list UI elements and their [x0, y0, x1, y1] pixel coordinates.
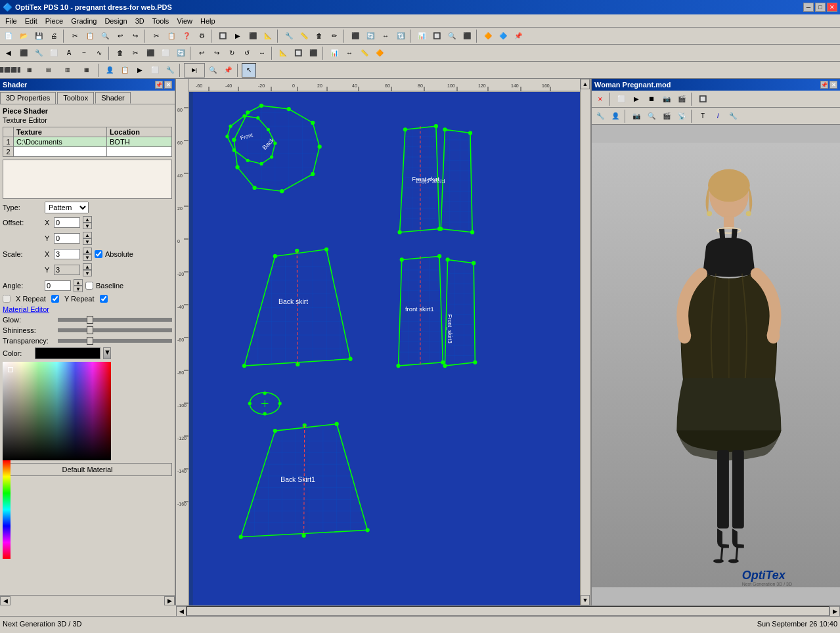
scale-y-input[interactable] [54, 265, 80, 275]
tb3-btn-4[interactable]: ▥ [58, 63, 77, 77]
tb-btn-12[interactable]: ⬛ [246, 29, 260, 43]
shininess-slider[interactable] [58, 328, 172, 332]
menu-file[interactable]: File [1, 16, 21, 26]
scale-y-up[interactable]: ▲ [83, 263, 92, 270]
tb-btn-28[interactable]: 📌 [511, 29, 525, 43]
tb2-btn-11[interactable]: ⬜ [158, 46, 173, 60]
color-dropdown-btn[interactable]: ▼ [103, 347, 111, 359]
tb2-btn-5[interactable]: A [62, 46, 76, 60]
offset-x-input[interactable] [54, 217, 80, 228]
menu-help[interactable]: Help [196, 16, 219, 26]
tb-btn-27[interactable]: 🔷 [496, 29, 510, 43]
tb3-btn-1[interactable]: ⬛⬛⬛⬛ [1, 63, 20, 77]
offset-x-down[interactable]: ▼ [83, 223, 92, 229]
row-2-texture[interactable] [14, 147, 107, 157]
scale-x-down[interactable]: ▼ [83, 254, 92, 261]
tb2-btn-12[interactable]: 🔄 [173, 46, 188, 60]
model-tb-btn-3[interactable]: ▶ [629, 92, 644, 106]
model-tb-btn-1[interactable]: ✕ [593, 92, 608, 106]
shader-close-button[interactable]: ✕ [164, 81, 172, 89]
angle-input[interactable] [45, 280, 71, 291]
absolute-checkbox[interactable] [95, 250, 102, 258]
offset-y-up[interactable]: ▲ [83, 232, 92, 238]
tb2-btn-1[interactable]: ◀ [1, 46, 16, 60]
minimize-button[interactable]: ─ [803, 3, 814, 12]
model-tb2-btn-3[interactable]: 📷 [629, 109, 644, 123]
hscroll-track[interactable] [187, 606, 829, 616]
model-tb2-btn-6[interactable]: 📡 [674, 109, 689, 123]
tb-btn-14[interactable]: 🔧 [282, 29, 296, 43]
x-repeat-checkbox[interactable] [3, 295, 11, 303]
tb-btn-4[interactable]: ↩ [113, 29, 127, 43]
tb-btn-17[interactable]: ✏ [327, 29, 342, 43]
scale-x-up[interactable]: ▲ [83, 248, 92, 254]
tb2-btn-7[interactable]: ∿ [92, 46, 106, 60]
model-close-button[interactable]: ✕ [829, 81, 837, 89]
tb3-btn-cursor[interactable]: ↖ [242, 63, 256, 77]
material-editor-link[interactable]: Material Editor [3, 305, 172, 313]
menu-edit[interactable]: Edit [21, 16, 41, 26]
new-button[interactable]: 📄 [1, 29, 16, 43]
tb2-btn-19[interactable]: 🔲 [291, 46, 305, 60]
model-tb-btn-6[interactable]: 🎬 [674, 92, 689, 106]
model-tb2-btn-5[interactable]: 🎬 [659, 109, 674, 123]
hscroll-left[interactable]: ◀ [176, 606, 187, 617]
tb-btn-23[interactable]: 🔲 [430, 29, 444, 43]
tb3-btn-5[interactable]: ▦ [77, 63, 96, 77]
angle-up[interactable]: ▲ [74, 279, 83, 286]
tb-btn-21[interactable]: 🔃 [393, 29, 408, 43]
panel-scroll-left[interactable]: ◀ [0, 596, 11, 605]
tb2-btn-13[interactable]: ↩ [194, 46, 209, 60]
print-button[interactable]: 🖨 [47, 29, 61, 43]
tab-toolbox[interactable]: Toolbox [57, 92, 94, 104]
tb-btn-19[interactable]: 🔄 [363, 29, 378, 43]
tb2-btn-9[interactable]: ✂ [128, 46, 143, 60]
tb2-btn-15[interactable]: ↻ [225, 46, 239, 60]
model-3d-view[interactable]: OptiTex Next Generation 3D / 3D [592, 125, 840, 605]
tb-btn-24[interactable]: 🔍 [445, 29, 459, 43]
row-1-texture[interactable]: C:\Documents [14, 137, 107, 147]
scale-y-down[interactable]: ▼ [83, 270, 92, 276]
repeat-extra-checkbox[interactable] [100, 295, 108, 303]
baseline-checkbox[interactable] [85, 282, 93, 290]
tab-shader[interactable]: Shader [95, 92, 130, 104]
tb-btn-2[interactable]: 📋 [83, 29, 97, 43]
tb-btn-1[interactable]: ✂ [68, 29, 82, 43]
tb3-btn-13[interactable]: 📌 [221, 63, 235, 77]
tb2-btn-2[interactable]: ⬛ [16, 46, 31, 60]
close-button[interactable]: ✕ [827, 3, 837, 12]
tb3-btn-8[interactable]: ▶ [133, 63, 147, 77]
tb3-btn-12[interactable]: 🔍 [206, 63, 220, 77]
canvas-scroll-down[interactable]: ▼ [581, 595, 590, 605]
model-tb2-btn-9[interactable]: 🔧 [726, 109, 740, 123]
tb-btn-16[interactable]: 🗑 [312, 29, 326, 43]
tb3-btn-9[interactable]: ⬜ [148, 63, 162, 77]
model-tb2-btn-7[interactable]: T [696, 109, 710, 123]
tb3-btn-10[interactable]: 🔧 [163, 63, 177, 77]
tb2-btn-6[interactable]: ~ [77, 46, 91, 60]
angle-down[interactable]: ▼ [74, 286, 83, 292]
tb3-btn-11[interactable]: ▶| [184, 63, 205, 77]
menu-tools[interactable]: Tools [148, 16, 173, 26]
tb2-btn-22[interactable]: ↔ [342, 46, 357, 60]
row-2-location[interactable] [107, 147, 172, 157]
tb2-btn-23[interactable]: 📏 [357, 46, 372, 60]
panel-scroll-right[interactable]: ▶ [164, 596, 175, 605]
row-1-location[interactable]: BOTH [107, 137, 172, 147]
model-tb-btn-7[interactable]: 🔲 [696, 92, 710, 106]
menu-design[interactable]: Design [100, 16, 131, 26]
hscroll-right[interactable]: ▶ [829, 606, 840, 617]
panel-scroll-track[interactable] [11, 596, 164, 605]
tb-btn-18[interactable]: ⬛ [348, 29, 363, 43]
tb2-btn-3[interactable]: 🔧 [32, 46, 46, 60]
maximize-button[interactable]: □ [815, 3, 826, 12]
canvas-scroll-up[interactable]: ▲ [581, 79, 590, 89]
offset-x-up[interactable]: ▲ [83, 216, 92, 223]
tb-btn-20[interactable]: ↔ [378, 29, 393, 43]
color-picker-area[interactable] [3, 362, 121, 460]
model-tb2-btn-2[interactable]: 👤 [608, 109, 623, 123]
offset-y-down[interactable]: ▼ [83, 238, 92, 245]
tb2-btn-14[interactable]: ↪ [210, 46, 224, 60]
model-tb-btn-2[interactable]: ⬜ [614, 92, 629, 106]
tb2-btn-16[interactable]: ↺ [240, 46, 254, 60]
